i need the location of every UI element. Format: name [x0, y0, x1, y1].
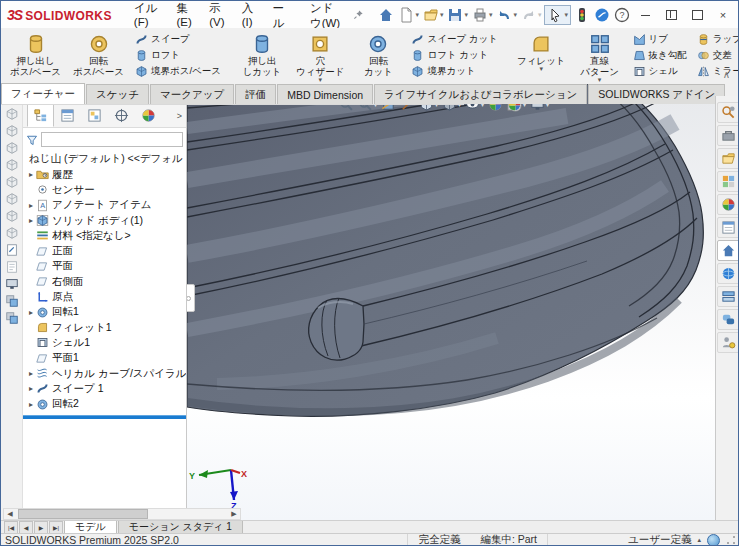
scroll-left-icon[interactable]: ◀ [4, 509, 16, 519]
taskpane-forum-button[interactable] [717, 309, 739, 330]
panel-tab-displaymanager[interactable] [135, 104, 162, 127]
scrollbar-thumb[interactable] [18, 509, 148, 519]
scroll-right-icon[interactable]: ▶ [228, 509, 240, 519]
tree-item[interactable]: 平面 [23, 259, 186, 274]
undo-button[interactable]: ▾ [495, 5, 518, 25]
redo-button[interactable]: ▾ [520, 5, 543, 25]
sweep-cut-button[interactable]: スイープ カット [408, 31, 500, 47]
left-toolbar-bodies-button[interactable] [3, 310, 21, 326]
expand-arrow-icon[interactable]: ▸ [26, 308, 36, 317]
undo-caret-icon[interactable]: ▾ [513, 11, 517, 19]
tree-item[interactable]: ▸ソリッド ボディ(1) [23, 213, 186, 228]
intersect-button[interactable]: 交差 [694, 47, 739, 63]
shell-button[interactable]: シェル [630, 63, 690, 79]
left-toolbar-cube-button[interactable] [3, 225, 21, 241]
taskpane-custom-properties-button[interactable] [717, 217, 739, 238]
tree-item[interactable]: 原点 [23, 289, 186, 304]
taskpane-design-library-button[interactable] [717, 286, 739, 307]
left-toolbar-cube-button[interactable] [3, 157, 21, 173]
taskpane-user-settings-button[interactable] [717, 332, 739, 353]
taskpane-appearances-scenes-button[interactable] [717, 194, 739, 215]
taskpane-file-explorer-button[interactable] [717, 148, 739, 169]
tree-item[interactable]: 材料 <指定なし> [23, 228, 186, 243]
tab-マークアップ[interactable]: マークアップ [150, 84, 234, 104]
left-toolbar-cube-button[interactable] [3, 174, 21, 190]
expand-arrow-icon[interactable]: ▸ [26, 384, 36, 393]
tree-item[interactable]: ▸履歴 [23, 167, 186, 182]
tree-item[interactable]: 右側面 [23, 274, 186, 289]
filter-input[interactable] [41, 132, 183, 147]
tree-item[interactable]: 平面1 [23, 351, 186, 366]
panel-tab-featuremanager-tree[interactable] [27, 104, 54, 127]
help-button[interactable]: ? [613, 5, 631, 25]
expand-arrow-icon[interactable]: ▸ [26, 201, 36, 210]
revolve-boss-button[interactable]: 回転ボス/ベース [68, 30, 129, 80]
panel-flyout-chevron-icon[interactable]: > [177, 111, 182, 121]
left-toolbar-note-doc-button[interactable] [3, 259, 21, 275]
tab-評価[interactable]: 評価 [235, 84, 276, 104]
tab-フィーチャー[interactable]: フィーチャー [1, 83, 85, 104]
fillet-caret-icon[interactable]: ▾ [540, 66, 544, 72]
pin-menu-icon[interactable] [353, 7, 364, 23]
maximize-button[interactable] [684, 5, 710, 25]
tree-item[interactable]: シェル1 [23, 335, 186, 350]
draft-button[interactable]: 抜き勾配 [630, 47, 690, 63]
expand-arrow-icon[interactable]: ▸ [26, 170, 36, 179]
marketplace-button[interactable] [593, 5, 611, 25]
tree-item[interactable]: ▸回転2 [23, 396, 186, 411]
tab-ライフサイクルおよびコラボレーション[interactable]: ライフサイクルおよびコラボレーション [374, 84, 587, 104]
tree-item[interactable]: ▸スイープ 1 [23, 381, 186, 396]
print-button[interactable]: ▾ [471, 5, 494, 25]
left-toolbar-cube-button[interactable] [3, 191, 21, 207]
taskpane-search-settings-button[interactable] [717, 102, 739, 123]
units-caret-icon[interactable]: ▴ [697, 536, 701, 544]
tree-item[interactable]: 正面 [23, 243, 186, 258]
boundary-cut-button[interactable]: 境界カット [408, 63, 500, 79]
open-button[interactable]: ▾ [422, 5, 445, 25]
taskpane-toolbox-button[interactable] [717, 125, 739, 146]
home-button[interactable] [377, 5, 395, 25]
print-caret-icon[interactable]: ▾ [489, 11, 493, 19]
panel-tab-dimxpertmanager[interactable] [108, 104, 135, 127]
new-document-button[interactable]: ▾ [397, 5, 420, 25]
rebuild-button[interactable] [573, 5, 591, 25]
select-cursor-caret-icon[interactable]: ▾ [564, 11, 568, 19]
tree-item[interactable]: センサー [23, 182, 186, 197]
left-toolbar-bodies-button[interactable] [3, 293, 21, 309]
panel-tab-configurationmanager[interactable] [81, 104, 108, 127]
tab-スケッチ[interactable]: スケッチ [86, 84, 149, 104]
taskpane-solidworks-resources-button[interactable] [717, 240, 739, 261]
select-cursor-button[interactable]: ▾ [544, 5, 571, 25]
loft-cut-button[interactable]: ロフト カット [408, 47, 500, 63]
panel-horizontal-scrollbar[interactable]: ◀ ▶ [3, 508, 241, 520]
left-toolbar-cube-button[interactable] [3, 123, 21, 139]
save-caret-icon[interactable]: ▾ [464, 11, 468, 19]
left-toolbar-monitor-button[interactable] [3, 276, 21, 292]
expand-arrow-icon[interactable]: ▸ [26, 369, 36, 378]
3d-model-thread-cap[interactable] [187, 84, 715, 520]
tree-item[interactable]: ▸ヘリカル カーブ/スパイラル カーブ 1 [23, 366, 186, 381]
left-toolbar-cube-button[interactable] [3, 208, 21, 224]
close-button[interactable]: × [710, 5, 736, 25]
open-caret-icon[interactable]: ▾ [440, 11, 444, 19]
boundary-button[interactable]: 境界ボス/ベース [132, 63, 224, 79]
linear-pattern-button[interactable]: 直線パターン▾ [573, 30, 627, 86]
taskpane-view-palette-button[interactable] [717, 171, 739, 192]
expand-arrow-icon[interactable]: ▸ [26, 216, 36, 225]
rollback-bar[interactable] [23, 415, 186, 419]
sweep-button[interactable]: スイープ [132, 31, 224, 47]
panel-tab-propertymanager[interactable] [54, 104, 81, 127]
redo-caret-icon[interactable]: ▾ [538, 11, 542, 19]
hole-wizard-caret-icon[interactable]: ▾ [319, 77, 323, 83]
tree-item[interactable]: フィレット1 [23, 320, 186, 335]
fillet-button[interactable]: フィレット▾ [512, 30, 571, 75]
save-button[interactable]: ▾ [446, 5, 469, 25]
left-toolbar-sketch-doc-button[interactable] [3, 242, 21, 258]
linear-pattern-caret-icon[interactable]: ▾ [598, 77, 602, 83]
panel-splitter-handle[interactable] [187, 284, 195, 312]
loft-button[interactable]: ロフト [132, 47, 224, 63]
minimize-button[interactable] [632, 5, 658, 25]
units-selector[interactable]: ユーザー定義 [628, 533, 692, 546]
resize-grip[interactable] [726, 535, 736, 545]
new-document-caret-icon[interactable]: ▾ [415, 11, 419, 19]
